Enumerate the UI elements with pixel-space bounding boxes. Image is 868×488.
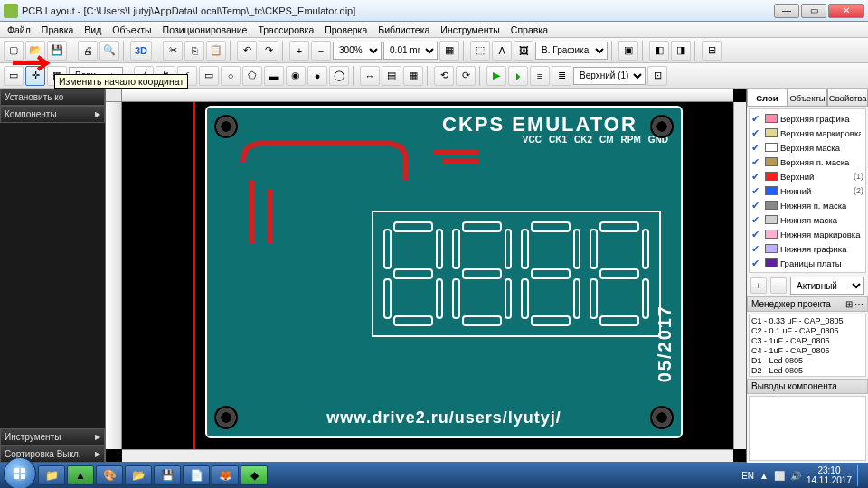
add-layer-icon[interactable]: + xyxy=(750,277,767,294)
canvas-scrollbar-h[interactable] xyxy=(122,449,733,462)
run-icon[interactable]: ▶ xyxy=(486,66,506,86)
close-button[interactable]: ✕ xyxy=(828,4,864,18)
layer-check-icon[interactable]: ✔ xyxy=(751,113,762,125)
layer-row[interactable]: ✔Нижний(2) xyxy=(751,183,863,198)
layer-swatch[interactable] xyxy=(765,157,778,166)
layer-row[interactable]: ✔Верхний(1) xyxy=(751,169,863,183)
opt2-icon[interactable]: ≣ xyxy=(552,66,571,86)
zoom-out-icon[interactable]: − xyxy=(311,41,331,61)
layer-check-icon[interactable]: ✔ xyxy=(751,258,762,269)
image-icon[interactable]: 🖼 xyxy=(514,41,533,61)
menu-check[interactable]: Проверка xyxy=(319,24,373,35)
preview-icon[interactable]: 🔍 xyxy=(99,41,119,61)
pins-list[interactable] xyxy=(749,396,866,461)
layer-check-icon[interactable]: ✔ xyxy=(751,156,762,168)
step-icon[interactable]: ⏵ xyxy=(508,66,528,86)
display-layer-select[interactable]: В. Графика xyxy=(535,42,608,60)
project-list[interactable]: C1 - 0.33 uF - CAP_0805C2 - 0.1 uF - CAP… xyxy=(749,314,866,377)
layer-swatch[interactable] xyxy=(765,244,778,253)
layer-swatch[interactable] xyxy=(765,258,778,267)
extra3-icon[interactable]: ◨ xyxy=(671,41,691,61)
menu-view[interactable]: Вид xyxy=(79,24,107,35)
table-icon[interactable]: ▤ xyxy=(382,66,401,86)
undo-icon[interactable]: ↶ xyxy=(237,41,257,61)
layer-check-icon[interactable]: ✔ xyxy=(751,127,762,139)
end-icon[interactable]: ⊡ xyxy=(647,66,667,86)
3d-button[interactable]: 3D xyxy=(130,41,152,61)
extra4-icon[interactable]: ⊞ xyxy=(702,41,722,61)
task-pcb-icon[interactable]: ◆ xyxy=(241,465,268,485)
tray-clock[interactable]: 23:1014.11.2017 xyxy=(807,465,852,485)
project-item[interactable]: C4 - 1uF - CAP_0805 xyxy=(751,346,863,356)
tab-props[interactable]: Свойства xyxy=(827,89,868,106)
system-tray[interactable]: EN ▲ ⬜ 🔊 23:1014.11.2017 xyxy=(741,465,864,486)
layer-row[interactable]: ✔Верхняя п. маска xyxy=(751,155,863,169)
layer-swatch[interactable] xyxy=(765,114,778,123)
project-item[interactable]: C3 - 1uF - CAP_0805 xyxy=(751,336,863,346)
task-file-icon[interactable]: 📄 xyxy=(183,465,210,485)
task-explorer-icon[interactable]: 📁 xyxy=(38,465,65,485)
layer-row[interactable]: ✔Границы платы xyxy=(751,256,863,270)
extra1-icon[interactable]: ▣ xyxy=(618,41,638,61)
layer-check-icon[interactable]: ✔ xyxy=(751,185,762,197)
unit-select[interactable]: 0.01 mm xyxy=(383,42,438,60)
mgr-menu-icon[interactable]: ⋯ xyxy=(854,299,863,309)
zoom-select[interactable]: 300% xyxy=(333,42,382,60)
layer-row[interactable]: ✔Нижняя маркировка xyxy=(751,227,863,241)
layer-swatch[interactable] xyxy=(765,128,778,137)
project-manager-header[interactable]: Менеджер проекта ⊞⋯ xyxy=(747,296,868,312)
layer-filter-select[interactable]: Верхний (1) xyxy=(573,67,646,85)
del-layer-icon[interactable]: − xyxy=(770,277,787,294)
canvas-scrollbar-v[interactable] xyxy=(733,102,746,449)
cut-icon[interactable]: ✂ xyxy=(163,41,183,61)
pad-icon[interactable]: ● xyxy=(307,66,327,86)
layer-swatch[interactable] xyxy=(765,172,778,181)
layer-swatch[interactable] xyxy=(765,186,778,195)
project-item[interactable]: C1 - 0.33 uF - CAP_0805 xyxy=(751,316,863,326)
project-item[interactable]: D2 - Led 0805 xyxy=(751,366,863,376)
pins-header[interactable]: Выводы компонента xyxy=(747,379,868,394)
pcb-canvas[interactable]: CKPS EMULATOR VCCCK1CK2CMRPMGND 05/2017 xyxy=(122,102,733,449)
layer-check-icon[interactable]: ✔ xyxy=(751,243,762,255)
rot-r-icon[interactable]: ⟳ xyxy=(456,66,476,86)
menu-position[interactable]: Позиционирование xyxy=(157,24,253,35)
layer-check-icon[interactable]: ✔ xyxy=(751,229,762,240)
project-item[interactable]: C2 - 0.1 uF - CAP_0805 xyxy=(751,326,863,336)
left-tab-install[interactable]: Установить ко xyxy=(0,89,105,106)
poly-icon[interactable]: ⬠ xyxy=(242,66,262,86)
menu-objects[interactable]: Объекты xyxy=(107,24,156,35)
left-section-instruments[interactable]: Инструменты▶ xyxy=(0,428,105,446)
tray-flag-icon[interactable]: ▲ xyxy=(760,471,769,481)
layer-swatch[interactable] xyxy=(765,143,778,152)
project-item[interactable]: D1 - Led 0805 xyxy=(751,356,863,366)
task-save-icon[interactable]: 💾 xyxy=(154,465,181,485)
layer-swatch[interactable] xyxy=(765,215,778,224)
layer-row[interactable]: ✔Верхняя маска xyxy=(751,140,863,155)
menu-tools[interactable]: Инструменты xyxy=(435,24,505,35)
menu-routing[interactable]: Трассировка xyxy=(252,24,319,35)
grid3-icon[interactable]: ▦ xyxy=(403,66,423,86)
via-icon[interactable]: ◉ xyxy=(286,66,306,86)
mgr-filter-icon[interactable]: ⊞ xyxy=(845,299,853,309)
opt1-icon[interactable]: ≡ xyxy=(530,66,550,86)
text-icon[interactable]: A xyxy=(492,41,512,61)
tab-objects[interactable]: Объекты xyxy=(788,89,828,106)
menu-library[interactable]: Библиотека xyxy=(373,24,435,35)
task-firefox-icon[interactable]: 🦊 xyxy=(212,465,239,485)
task-folder-icon[interactable]: 📂 xyxy=(125,465,152,485)
paste-icon[interactable]: 📋 xyxy=(206,41,226,61)
hole-icon[interactable]: ◯ xyxy=(329,66,349,86)
layer-row[interactable]: ✔Нижняя маска xyxy=(751,212,863,227)
layer-row[interactable]: ✔Нижняя п. маска xyxy=(751,198,863,212)
tray-net-icon[interactable]: ⬜ xyxy=(774,471,785,481)
comp-icon[interactable]: ⬚ xyxy=(470,41,490,61)
layer-swatch[interactable] xyxy=(765,230,778,239)
dim-icon[interactable]: ↔ xyxy=(360,66,380,86)
redo-icon[interactable]: ↷ xyxy=(259,41,278,61)
layer-check-icon[interactable]: ✔ xyxy=(751,171,762,183)
rot-l-icon[interactable]: ⟲ xyxy=(434,66,454,86)
grid-icon[interactable]: ▦ xyxy=(439,41,459,61)
extra2-icon[interactable]: ◧ xyxy=(649,41,669,61)
layer-swatch[interactable] xyxy=(765,201,778,210)
tab-layers[interactable]: Слои xyxy=(747,89,788,106)
